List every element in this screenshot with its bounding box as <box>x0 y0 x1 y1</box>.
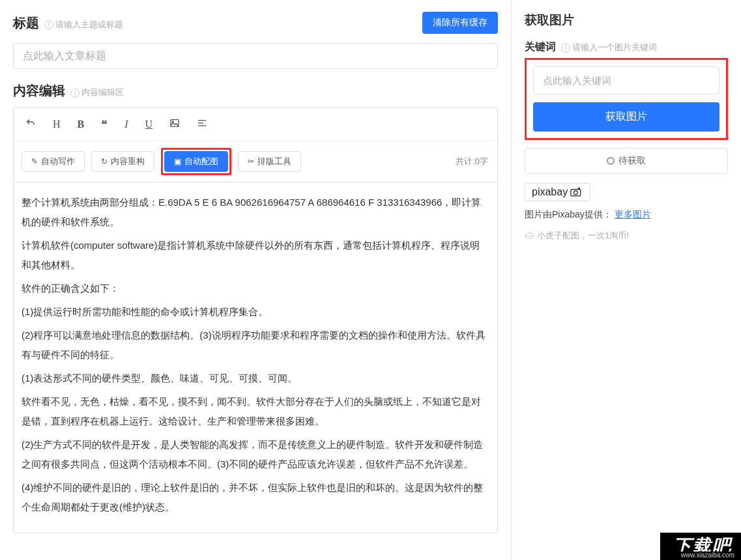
cost-text: 小虎子配图，一次1淘币! <box>525 230 728 242</box>
title-header: 标题 !请输入主题或标题 清除所有缓存 <box>13 12 498 34</box>
info-icon: ! <box>561 44 570 53</box>
circle-icon <box>607 157 615 165</box>
keyword-input[interactable] <box>533 66 719 94</box>
pencil-icon: ✎ <box>31 157 38 166</box>
pending-button[interactable]: 待获取 <box>525 148 728 174</box>
keyword-hint: !请输入一个图片关键词 <box>561 42 657 53</box>
more-images-link[interactable]: 更多图片 <box>615 209 651 219</box>
coin-icon <box>525 232 534 239</box>
editor-paragraph: (4)维护不同的硬件是旧的，理论上软件是旧的，并不坏，但实际上软件也是旧的和坏的… <box>22 478 489 517</box>
provider-text: 图片由Pixabay提供： 更多图片 <box>525 209 728 221</box>
editor-action-row: ✎自动写作 ↻内容重构 ▣自动配图 ✂排版工具 共计:0字 <box>13 141 498 182</box>
keyword-label: 关键词 <box>525 40 556 54</box>
sidebar-panel: 获取图片 关键词 !请输入一个图片关键词 获取图片 待获取 pixabay 图片… <box>512 0 741 560</box>
layout-tool-button[interactable]: ✂排版工具 <box>238 151 301 172</box>
tool-icon: ✂ <box>248 157 254 166</box>
refresh-icon: ↻ <box>101 157 108 166</box>
auto-write-button[interactable]: ✎自动写作 <box>22 151 85 172</box>
info-icon: ! <box>70 89 80 98</box>
article-title-input[interactable] <box>13 43 498 69</box>
auto-image-button[interactable]: ▣自动配图 <box>164 151 228 172</box>
bold-icon[interactable]: B <box>74 116 89 133</box>
word-count: 共计:0字 <box>456 156 488 167</box>
watermark-url: www.xiazaiba.com <box>677 552 738 559</box>
editor-paragraph: 整个计算机系统由两部分组成：E.69DA 5 E 6 BA 9062616964… <box>22 193 489 232</box>
content-section-label: 内容编辑 <box>13 82 65 100</box>
heading-icon[interactable]: H <box>49 116 65 133</box>
editor-paragraph: (2)生产方式不同的软件是开发，是人类智能的高发挥，而不是传统意义上的硬件制造。… <box>22 435 489 474</box>
image-small-icon: ▣ <box>174 157 181 166</box>
pixabay-badge: pixabay <box>525 183 590 201</box>
editor-toolbar: H B ❝ I U <box>13 107 498 141</box>
editor-paragraph: 软件的正确含义如下： <box>22 279 489 298</box>
main-panel: 标题 !请输入主题或标题 清除所有缓存 内容编辑 !内容编辑区 H B ❝ I … <box>0 0 512 560</box>
editor-paragraph: (1)提供运行时所需功能和性能的命令或计算机程序集合。 <box>22 302 489 322</box>
svg-point-8 <box>525 233 533 236</box>
svg-rect-7 <box>578 188 580 189</box>
restructure-button[interactable]: ↻内容重构 <box>91 151 154 172</box>
undo-icon[interactable] <box>22 115 40 133</box>
editor-paragraph: 计算机软件(computer software)是指计算机系统中除硬件以外的所有… <box>22 236 489 275</box>
underline-icon[interactable]: U <box>141 116 157 133</box>
clear-cache-button[interactable]: 清除所有缓存 <box>422 12 498 34</box>
quote-icon[interactable]: ❝ <box>97 115 111 134</box>
image-icon[interactable] <box>166 115 184 133</box>
italic-icon[interactable]: I <box>121 116 132 133</box>
camera-icon <box>570 188 583 197</box>
keyword-highlight-box: 获取图片 <box>525 58 728 140</box>
svg-point-6 <box>574 191 578 195</box>
fetch-image-button[interactable]: 获取图片 <box>533 102 719 132</box>
title-section-label: 标题 <box>13 14 39 32</box>
svg-point-1 <box>172 121 173 122</box>
content-editor[interactable]: 整个计算机系统由两部分组成：E.69DA 5 E 6 BA 9062616964… <box>13 182 498 533</box>
editor-paragraph: 软件看不见，无色，枯燥，看不见，摸不到，闻不到。软件大部分存在于人们的头脑或纸上… <box>22 392 489 431</box>
align-left-icon[interactable] <box>193 115 211 133</box>
editor-paragraph: (2)程序可以满意地处理信息的数据结构。(3)说明程序功能要求和程序需要的文档的… <box>22 326 489 365</box>
title-section-hint: !请输入主题或标题 <box>44 19 123 31</box>
content-section-hint: !内容编辑区 <box>70 87 124 98</box>
info-icon: ! <box>44 20 53 29</box>
editor-paragraph: (1)表达形式不同的硬件类型、颜色、味道、可见、可摸、可闻。 <box>22 369 489 388</box>
auto-image-highlight: ▣自动配图 <box>161 148 231 175</box>
sidebar-title: 获取图片 <box>525 12 728 29</box>
